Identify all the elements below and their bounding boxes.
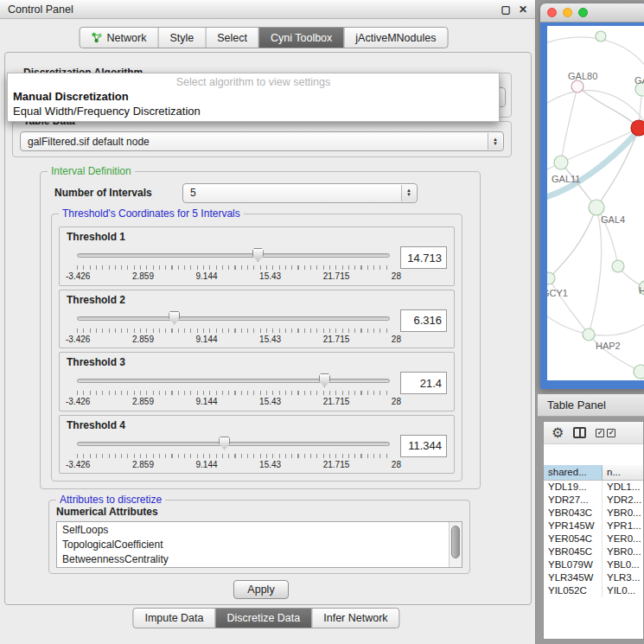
table-row[interactable]: YLR345WYLR3... xyxy=(544,571,643,584)
threshold-slider[interactable]: -3.4262.8599.14415.4321.71528 xyxy=(77,309,390,346)
tab-impute-data[interactable]: Impute Data xyxy=(133,609,215,628)
network-node[interactable] xyxy=(571,80,583,92)
table-cell: YBR043C xyxy=(544,507,603,520)
table-panel-title: Table Panel xyxy=(547,399,606,411)
close-traffic-light[interactable] xyxy=(547,8,557,17)
table-rows: YDL19...YDL1...YDR27...YDR2...YBR043CYBR… xyxy=(544,481,643,639)
table-row[interactable]: YER054CYER0... xyxy=(544,532,643,545)
table-cell: YLR345W xyxy=(544,571,603,584)
tab-select[interactable]: Select xyxy=(206,28,259,48)
threshold-rows: Threshold 1 -3.4262.8599.14415.4321.7152… xyxy=(59,226,455,474)
table-row[interactable]: YDR27...YDR2... xyxy=(544,494,643,507)
threshold-value-field[interactable]: 14.713 xyxy=(400,246,447,269)
algorithm-option[interactable]: Manual Discretization xyxy=(8,89,499,104)
table-data-group: Table Data galFiltered.sif default node … xyxy=(12,121,512,157)
tab-style[interactable]: Style xyxy=(158,28,206,48)
network-node[interactable] xyxy=(589,200,604,215)
slider-track[interactable] xyxy=(77,442,390,446)
attributes-scrollbar[interactable] xyxy=(449,522,462,567)
tab-network[interactable]: Network xyxy=(80,28,159,48)
network-node[interactable] xyxy=(554,156,568,169)
scale-tick-label: -3.426 xyxy=(66,460,90,469)
select-columns-icon[interactable]: ✓ ✓ xyxy=(596,429,615,437)
network-node[interactable] xyxy=(583,328,595,341)
network-svg[interactable]: GAL80GAGAL11GAL4GCY1HHAP2 xyxy=(547,26,644,380)
apply-button[interactable]: Apply xyxy=(233,580,289,599)
threshold-value-field[interactable]: 6.316 xyxy=(400,309,447,332)
table-row[interactable]: YIL052CYIL0... xyxy=(544,584,643,597)
scale-tick-label: 21.715 xyxy=(323,460,350,469)
attributes-scrollbar-thumb[interactable] xyxy=(451,526,460,558)
tab-jactivemnodules[interactable]: jActiveMNodules xyxy=(344,28,447,48)
table-cell: YBL079W xyxy=(544,558,603,571)
number-of-intervals-value: 5 xyxy=(190,187,196,199)
network-node[interactable] xyxy=(612,260,624,272)
numerical-attributes-list[interactable]: SelfLoopsTopologicalCoefficientBetweenne… xyxy=(56,521,462,568)
threshold-value-field[interactable]: 11.344 xyxy=(400,435,447,457)
slider-ticks xyxy=(77,265,390,270)
slider-thumb[interactable] xyxy=(319,373,330,387)
threshold-slider[interactable]: -3.4262.8599.14415.4321.71528 xyxy=(77,435,390,471)
number-of-intervals-combobox[interactable]: 5 ▲ ▼ xyxy=(182,183,418,203)
scale-tick-label: 9.144 xyxy=(196,397,218,406)
table-row[interactable]: YBR043CYBR0... xyxy=(544,507,643,520)
attribute-list-item[interactable]: TopologicalCoefficient xyxy=(57,537,462,552)
node-label: GAL11 xyxy=(552,174,580,184)
table-panel-bar: Table Panel xyxy=(538,394,644,417)
tab-cyni-toolbox[interactable]: Cyni Toolbox xyxy=(259,28,344,48)
tab-label: Select xyxy=(217,32,247,44)
network-icon xyxy=(92,32,103,43)
tab-label: Style xyxy=(169,32,194,44)
combo-stepper-icon[interactable]: ▲ ▼ xyxy=(488,133,502,150)
slider-thumb[interactable] xyxy=(252,248,264,262)
tab-label: Discretize Data xyxy=(227,612,301,624)
threshold-row: Threshold 1 -3.4262.8599.14415.4321.7152… xyxy=(59,226,455,286)
network-node[interactable] xyxy=(596,31,606,41)
table-row[interactable]: YBR045CYBR0... xyxy=(544,545,643,558)
desktop: Control Panel ▢ ✕ NetworkStyleSelectCyni… xyxy=(0,0,644,644)
thresholds-group-label: Threshold's Coordinates for 5 Intervals xyxy=(59,207,244,220)
table-data-combobox[interactable]: galFiltered.sif default node ▲ ▼ xyxy=(20,131,504,151)
scale-tick-label: 15.43 xyxy=(259,335,281,344)
minimize-traffic-light[interactable] xyxy=(563,8,572,17)
scale-tick-label: 2.859 xyxy=(132,397,154,406)
network-node[interactable] xyxy=(634,365,644,379)
table-row[interactable]: YBL079WYBL0... xyxy=(544,558,643,571)
scale-tick-label: 28 xyxy=(392,335,401,344)
threshold-value-field[interactable]: 21.4 xyxy=(400,372,447,394)
gear-icon[interactable]: ⚙ xyxy=(552,426,564,440)
slider-track[interactable] xyxy=(77,379,390,383)
threshold-slider[interactable]: -3.4262.8599.14415.4321.71528 xyxy=(77,372,390,408)
attribute-list-item[interactable]: BetweennessCentrality xyxy=(57,552,462,566)
slider-thumb[interactable] xyxy=(169,311,180,325)
attribute-list-item[interactable]: SelfLoops xyxy=(57,522,462,537)
threshold-row: Threshold 3 -3.4262.8599.14415.4321.7152… xyxy=(59,352,455,411)
restore-icon[interactable]: ▢ xyxy=(501,3,511,16)
network-node[interactable] xyxy=(547,272,555,284)
slider-track[interactable] xyxy=(77,316,390,321)
tab-infer-network[interactable]: Infer Network xyxy=(312,609,399,628)
table-row[interactable]: YDL19...YDL1... xyxy=(544,481,643,494)
checkbox-icon: ✓ xyxy=(596,429,604,437)
network-canvas[interactable]: GAL80GAGAL11GAL4GCY1HHAP2 xyxy=(547,26,644,380)
combo-down-icon: ▼ xyxy=(493,142,498,146)
scale-tick-label: 15.43 xyxy=(259,397,281,406)
slider-track[interactable] xyxy=(77,253,390,258)
zoom-traffic-light[interactable] xyxy=(578,8,588,17)
table-header-row: shared... n... xyxy=(544,465,643,481)
tab-discretize-data[interactable]: Discretize Data xyxy=(216,609,313,628)
table-cell: YBR0... xyxy=(603,545,643,558)
table-row[interactable]: YPR145WYPR1... xyxy=(544,520,643,532)
algorithm-options: Manual DiscretizationEqual Width/Frequen… xyxy=(8,89,499,118)
slider-thumb[interactable] xyxy=(219,437,230,450)
network-node-selected[interactable] xyxy=(631,120,644,136)
combo-stepper-icon[interactable]: ▲ ▼ xyxy=(401,185,416,201)
column-header-shared[interactable]: shared... xyxy=(544,465,603,480)
column-header-name[interactable]: n... xyxy=(603,465,643,480)
scale-tick-label: 15.43 xyxy=(259,271,281,281)
close-icon[interactable]: ✕ xyxy=(519,3,527,16)
columns-icon[interactable] xyxy=(573,427,586,438)
algorithm-option[interactable]: Equal Width/Frequency Discretization xyxy=(8,104,499,118)
table-cell: YER054C xyxy=(544,532,603,545)
threshold-slider[interactable]: -3.4262.8599.14415.4321.71528 xyxy=(77,246,390,283)
